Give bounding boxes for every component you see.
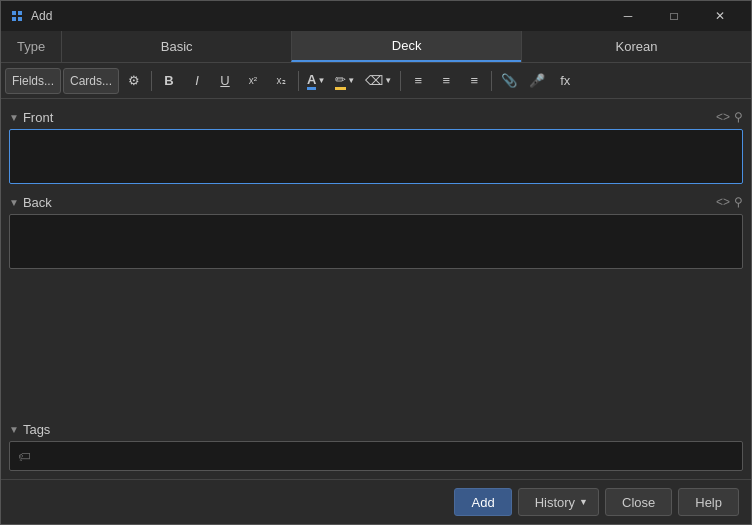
back-pin-toggle[interactable]: ⚲ — [734, 195, 743, 209]
toolbar-separator-4 — [491, 71, 492, 91]
superscript-icon: x² — [249, 75, 257, 86]
history-label: History — [535, 495, 575, 510]
tag-icon: 🏷 — [18, 449, 31, 464]
bold-icon: B — [164, 73, 173, 88]
front-label: Front — [23, 110, 53, 125]
highlight-chevron: ▼ — [347, 76, 355, 85]
eraser-chevron: ▼ — [384, 76, 392, 85]
font-color-chevron: ▼ — [317, 76, 325, 85]
numbered-list-icon: ≡ — [442, 73, 450, 88]
highlight-icon: ✏ — [335, 72, 346, 90]
formula-button[interactable]: fx — [552, 68, 578, 94]
back-label: Back — [23, 195, 52, 210]
italic-button[interactable]: I — [184, 68, 210, 94]
close-window-button[interactable]: ✕ — [697, 1, 743, 31]
eraser-button[interactable]: ⌫ ▼ — [361, 68, 396, 94]
subscript-button[interactable]: x₂ — [268, 68, 294, 94]
eraser-icon: ⌫ — [365, 73, 383, 88]
toolbar-separator-2 — [298, 71, 299, 91]
back-field-section: ▼ Back <> ⚲ — [9, 192, 743, 269]
bullet-list-button[interactable]: ≡ — [405, 68, 431, 94]
gear-icon: ⚙ — [128, 73, 140, 88]
tab-deck[interactable]: Deck — [291, 31, 521, 62]
microphone-icon: 🎤 — [529, 73, 545, 88]
maximize-button[interactable]: □ — [651, 1, 697, 31]
back-field-header: ▼ Back <> ⚲ — [9, 192, 743, 212]
tags-chevron-icon: ▼ — [9, 424, 19, 435]
minimize-button[interactable]: ─ — [605, 1, 651, 31]
content-area: ▼ Front <> ⚲ ▼ Back <> ⚲ — [1, 99, 751, 479]
toolbar-separator-1 — [151, 71, 152, 91]
type-label: Type — [1, 31, 61, 62]
subscript-icon: x₂ — [277, 75, 286, 86]
tab-basic[interactable]: Basic — [61, 31, 291, 62]
back-field-actions: <> ⚲ — [716, 195, 743, 209]
attach-button[interactable]: 📎 — [496, 68, 522, 94]
font-color-button[interactable]: A ▼ — [303, 68, 329, 94]
svg-rect-0 — [12, 11, 16, 15]
history-button[interactable]: History ▼ — [518, 488, 599, 516]
front-field-header: ▼ Front <> ⚲ — [9, 107, 743, 127]
bullet-list-icon: ≡ — [414, 73, 422, 88]
formula-icon: fx — [560, 73, 570, 88]
fields-button[interactable]: Fields... — [5, 68, 61, 94]
align-icon: ≡ — [470, 73, 478, 88]
numbered-list-button[interactable]: ≡ — [433, 68, 459, 94]
tags-field-header: ▼ Tags — [9, 419, 743, 439]
tags-input-area[interactable]: 🏷 — [9, 441, 743, 471]
back-input[interactable] — [9, 214, 743, 269]
cards-button[interactable]: Cards... — [63, 68, 119, 94]
window-title: Add — [31, 9, 605, 23]
toolbar-separator-3 — [400, 71, 401, 91]
front-input[interactable] — [9, 129, 743, 184]
bold-button[interactable]: B — [156, 68, 182, 94]
front-field-actions: <> ⚲ — [716, 110, 743, 124]
italic-icon: I — [195, 73, 199, 88]
tags-collapse-toggle[interactable]: ▼ Tags — [9, 422, 50, 437]
history-chevron-icon: ▼ — [579, 497, 588, 507]
type-row: Type Basic Deck Korean — [1, 31, 751, 63]
tags-label: Tags — [23, 422, 50, 437]
tab-korean[interactable]: Korean — [521, 31, 751, 62]
front-code-toggle[interactable]: <> — [716, 110, 730, 124]
align-button[interactable]: ≡ — [461, 68, 487, 94]
add-window: Add ─ □ ✕ Type Basic Deck Korean Fields.… — [0, 0, 752, 525]
back-code-toggle[interactable]: <> — [716, 195, 730, 209]
bottom-bar: Add History ▼ Close Help — [1, 479, 751, 524]
back-collapse-toggle[interactable]: ▼ Back — [9, 195, 52, 210]
window-icon — [9, 8, 25, 24]
settings-button[interactable]: ⚙ — [121, 68, 147, 94]
attach-icon: 📎 — [501, 73, 517, 88]
svg-rect-3 — [18, 17, 22, 21]
svg-rect-1 — [18, 11, 22, 15]
underline-button[interactable]: U — [212, 68, 238, 94]
content-spacer — [9, 277, 743, 411]
superscript-button[interactable]: x² — [240, 68, 266, 94]
front-pin-toggle[interactable]: ⚲ — [734, 110, 743, 124]
window-controls: ─ □ ✕ — [605, 1, 743, 31]
tags-section: ▼ Tags 🏷 — [9, 419, 743, 471]
back-chevron-icon: ▼ — [9, 197, 19, 208]
titlebar: Add ─ □ ✕ — [1, 1, 751, 31]
add-button[interactable]: Add — [454, 488, 511, 516]
close-button[interactable]: Close — [605, 488, 672, 516]
microphone-button[interactable]: 🎤 — [524, 68, 550, 94]
front-collapse-toggle[interactable]: ▼ Front — [9, 110, 53, 125]
help-button[interactable]: Help — [678, 488, 739, 516]
font-color-icon: A — [307, 72, 316, 90]
highlight-color-button[interactable]: ✏ ▼ — [331, 68, 359, 94]
underline-icon: U — [220, 73, 229, 88]
svg-rect-2 — [12, 17, 16, 21]
front-chevron-icon: ▼ — [9, 112, 19, 123]
front-field-section: ▼ Front <> ⚲ — [9, 107, 743, 184]
toolbar: Fields... Cards... ⚙ B I U x² x₂ A ▼ ✏ ▼ — [1, 63, 751, 99]
